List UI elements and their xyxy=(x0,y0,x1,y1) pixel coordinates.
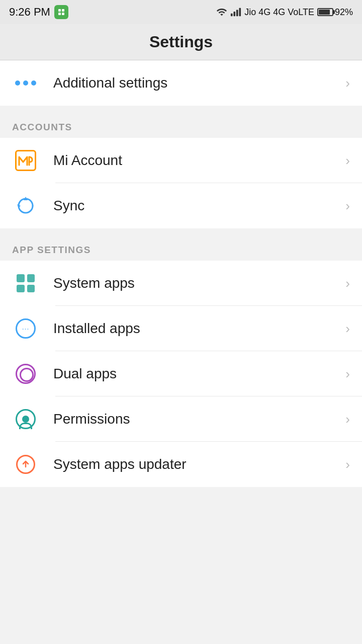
battery-box xyxy=(317,8,333,16)
app-settings-section-header: APP SETTINGS xyxy=(0,235,362,261)
grid-cell-2 xyxy=(27,274,35,282)
mi-account-icon xyxy=(12,147,39,174)
svg-rect-3 xyxy=(62,13,64,15)
updater-icon xyxy=(16,455,35,474)
permissions-icon-container xyxy=(12,406,39,433)
mi-account-item[interactable]: Mi Account › xyxy=(0,138,362,183)
status-bar-left: 9:26 PM xyxy=(9,5,68,19)
grid-cell-1 xyxy=(17,274,25,282)
system-apps-item[interactable]: System apps › xyxy=(0,261,362,306)
accounts-section-header: ACCOUNTS xyxy=(0,113,362,138)
dual-apps-arrow: › xyxy=(345,366,350,382)
wifi-icon xyxy=(216,7,227,18)
notification-icon xyxy=(54,5,68,19)
dual-apps-icon xyxy=(16,364,36,384)
mi-logo-icon xyxy=(15,150,36,171)
app-settings-group: System apps › Installed apps › Dual apps… xyxy=(0,261,362,487)
battery-indicator: 92% xyxy=(317,7,353,18)
permissions-arrow: › xyxy=(345,412,350,427)
dots-icon xyxy=(15,80,36,86)
system-apps-arrow: › xyxy=(345,276,350,291)
sync-item[interactable]: Sync › xyxy=(0,183,362,228)
permissions-item[interactable]: Permissions › xyxy=(0,396,362,442)
mi-account-arrow: › xyxy=(345,153,350,169)
installed-apps-arrow: › xyxy=(345,321,350,337)
additional-settings-arrow: › xyxy=(345,75,350,91)
svg-rect-2 xyxy=(58,13,61,15)
additional-settings-item[interactable]: Additional settings › xyxy=(0,60,362,106)
dual-apps-item[interactable]: Dual apps › xyxy=(0,351,362,396)
page-header: Settings xyxy=(0,24,362,60)
svg-rect-5 xyxy=(234,12,236,16)
status-bar-right: Jio 4G 4G VoLTE 92% xyxy=(216,7,353,18)
grid-cell-3 xyxy=(17,285,25,293)
dot-2 xyxy=(23,80,28,86)
permissions-label: Permissions xyxy=(53,411,341,427)
dual-apps-label: Dual apps xyxy=(53,366,341,382)
section-divider-1 xyxy=(0,106,362,113)
system-apps-updater-label: System apps updater xyxy=(53,456,341,472)
system-apps-updater-arrow: › xyxy=(345,457,350,472)
svg-rect-1 xyxy=(62,9,64,12)
accounts-group: Mi Account › Sync › xyxy=(0,138,362,228)
installed-apps-icon xyxy=(16,318,36,339)
additional-settings-label: Additional settings xyxy=(53,75,341,91)
apps-grid-icon xyxy=(17,274,35,292)
mi-account-label: Mi Account xyxy=(53,152,341,169)
sync-arrow: › xyxy=(345,198,350,214)
section-divider-2 xyxy=(0,228,362,235)
permissions-icon xyxy=(16,409,36,429)
carrier-text: Jio 4G 4G VoLTE xyxy=(244,7,314,18)
dot-3 xyxy=(31,80,36,86)
additional-settings-icon xyxy=(12,69,39,97)
installed-apps-label: Installed apps xyxy=(53,320,341,337)
installed-apps-item[interactable]: Installed apps › xyxy=(0,306,362,351)
upload-arrow-icon xyxy=(20,459,31,470)
time-display: 9:26 PM xyxy=(9,6,50,19)
grid-cell-4 xyxy=(27,285,35,293)
dot-1 xyxy=(15,80,20,86)
battery-fill xyxy=(319,10,330,15)
system-apps-updater-item[interactable]: System apps updater › xyxy=(0,442,362,487)
installed-apps-icon-container xyxy=(12,315,39,342)
system-apps-label: System apps xyxy=(53,275,341,291)
svg-rect-6 xyxy=(236,10,238,16)
signal-icon xyxy=(230,7,241,18)
additional-settings-group: Additional settings › xyxy=(0,60,362,106)
svg-rect-0 xyxy=(58,9,61,12)
dual-apps-icon-container xyxy=(12,360,39,387)
page-title: Settings xyxy=(149,33,213,51)
sync-icon xyxy=(15,195,36,216)
sync-label: Sync xyxy=(53,198,341,214)
system-apps-icon-container xyxy=(12,270,39,297)
status-bar: 9:26 PM Jio 4G 4G VoLTE 92 xyxy=(0,0,362,24)
sync-icon-container xyxy=(12,192,39,219)
svg-rect-4 xyxy=(231,14,233,17)
updater-icon-container xyxy=(12,451,39,478)
svg-rect-7 xyxy=(239,8,241,17)
battery-percent: 92% xyxy=(335,7,353,18)
